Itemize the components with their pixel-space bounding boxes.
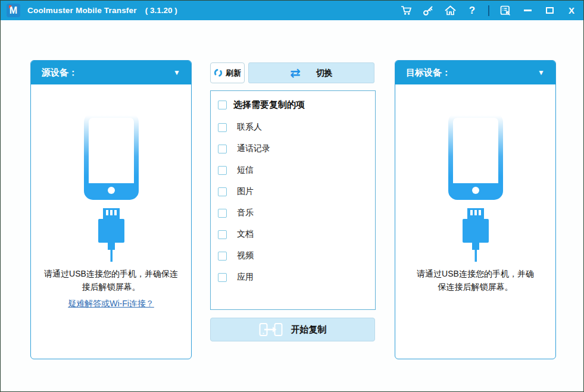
source-phone-icon (31, 113, 191, 262)
select-all-checkbox[interactable] (218, 101, 227, 109)
phone-transfer-icon (259, 322, 283, 337)
maximize-icon[interactable] (544, 5, 555, 17)
select-all-row[interactable]: 选择需要复制的项 (218, 99, 375, 111)
list-item-sms[interactable]: 短信 (218, 159, 375, 181)
app-title: Coolmuster Mobile Transfer (27, 6, 137, 15)
refresh-icon (214, 68, 223, 77)
list-item-photos[interactable]: 图片 (218, 181, 375, 202)
list-item-music[interactable]: 音乐 (218, 202, 375, 224)
close-icon[interactable]: X (566, 5, 577, 17)
help-icon[interactable]: ? (466, 5, 478, 17)
list-item-contacts[interactable]: 联系人 (218, 117, 375, 138)
source-device-label: 源设备： (42, 67, 77, 79)
target-instruction: 请通过USB连接您的手机，并确 保连接后解锁屏幕。 (395, 267, 555, 293)
switch-label: 切换 (316, 68, 333, 79)
switch-button[interactable]: ⇄ 切换 (248, 62, 374, 83)
target-device-label: 目标设备： (406, 67, 451, 79)
minimize-icon[interactable] (521, 5, 533, 17)
list-item-videos[interactable]: 视频 (218, 245, 375, 266)
list-item-call-logs[interactable]: 通话记录 (218, 138, 375, 159)
swap-arrows-icon: ⇄ (290, 67, 301, 79)
checkbox[interactable] (218, 230, 227, 239)
chevron-down-icon[interactable]: ▼ (538, 68, 545, 77)
app-logo-icon: M (7, 4, 20, 17)
refresh-button[interactable]: 刷新 (210, 62, 245, 83)
select-all-label: 选择需要复制的项 (233, 99, 305, 111)
titlebar-separator (488, 5, 489, 16)
list-item-documents[interactable]: 文档 (218, 224, 375, 245)
app-version: ( 3.1.20 ) (145, 6, 177, 15)
start-copy-label: 开始复制 (291, 324, 327, 335)
checkbox[interactable] (218, 252, 227, 261)
target-device-selector[interactable]: 目标设备： ▼ (395, 61, 555, 84)
source-device-panel: 源设备： ▼ (30, 60, 192, 359)
checkbox[interactable] (218, 187, 227, 196)
checkbox[interactable] (218, 166, 227, 175)
source-instruction: 请通过USB连接您的手机，并确保连 接后解锁屏幕。 (31, 267, 191, 293)
target-phone-icon (395, 113, 555, 262)
checkbox[interactable] (218, 145, 227, 153)
app-window: M Coolmuster Mobile Transfer ( 3.1.20 ) (0, 0, 584, 392)
chevron-down-icon[interactable]: ▼ (173, 68, 180, 77)
start-copy-button[interactable]: 开始复制 (210, 318, 375, 341)
checkbox[interactable] (218, 123, 227, 132)
list-item-apps[interactable]: 应用 (218, 266, 375, 288)
troubleshoot-wifi-link[interactable]: 疑难解答或Wi-Fi连接？ (31, 299, 191, 309)
checkbox[interactable] (218, 209, 227, 218)
feedback-icon[interactable] (499, 5, 511, 17)
checkbox[interactable] (218, 273, 227, 282)
key-icon[interactable] (422, 5, 434, 17)
source-device-selector[interactable]: 源设备： ▼ (31, 61, 191, 84)
cart-icon[interactable] (400, 5, 412, 17)
titlebar: M Coolmuster Mobile Transfer ( 3.1.20 ) (1, 1, 583, 20)
refresh-label: 刷新 (226, 68, 241, 79)
target-device-panel: 目标设备： ▼ (395, 60, 556, 359)
copy-items-list: 选择需要复制的项 联系人 通话记录 短信 图片 音乐 文档 视频 (210, 90, 376, 310)
home-icon[interactable] (444, 5, 456, 17)
